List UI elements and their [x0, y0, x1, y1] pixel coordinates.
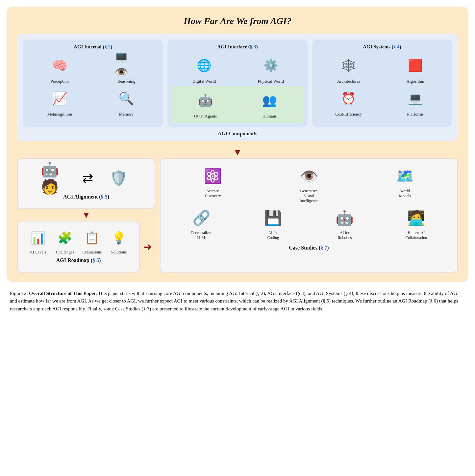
humans-icon: 👥 — [258, 89, 281, 112]
ai-levels-label: AI Levels — [30, 250, 46, 255]
human-ai-collaboration-item: 🧑‍💻 Human-AICollaboration — [405, 207, 427, 240]
robot-human-icon-item: 🤖🧑 — [41, 165, 70, 191]
generative-visual-label: GenerativeVisual Intelligence — [296, 189, 322, 203]
other-agents-label: Other Agents — [194, 114, 217, 119]
ai-for-coding-label: AI forCoding — [267, 230, 279, 240]
case-row-1: ⚛️ ScienceDiscovery 👁️ GenerativeVisual … — [166, 165, 452, 203]
platforms-item: 💻 Platforms — [383, 87, 448, 117]
challenges-label: Challenges — [56, 250, 74, 255]
architectures-item: 🕸️ Architectures — [316, 54, 382, 84]
arrow-down-1: ▼ — [17, 147, 458, 158]
architectures-label: Architectures — [337, 79, 360, 84]
shield-icon: 🛡️ — [105, 165, 132, 191]
robot-human-icon: 🤖🧑 — [41, 165, 70, 191]
memory-item: 🔍 Memory — [94, 87, 159, 117]
decentralized-llms-icon: 🔗 — [190, 207, 213, 229]
human-ai-collab-icon: 🧑‍💻 — [405, 207, 427, 229]
case-studies-card: ⚛️ ScienceDiscovery 👁️ GenerativeVisual … — [160, 158, 458, 273]
main-title: How Far Are We from AGI? — [17, 16, 458, 26]
decentralized-llms-label: DecentralizedLLMs — [190, 230, 213, 240]
ai-for-coding-icon: 💾 — [262, 207, 284, 229]
other-agents-item: 🤖 Other Agents — [174, 89, 237, 119]
evaluations-label: Evaluations — [82, 250, 102, 255]
main-diagram-box: How Far Are We from AGI? AGI Internal (§… — [7, 7, 468, 282]
left-bottom-col: 🤖🧑 ⇄ 🛡️ AGI Alignment (§ 5) ▼ — [17, 158, 155, 273]
algorithm-icon: 🟥 — [404, 54, 427, 77]
human-ai-collab-label: Human-AICollaboration — [405, 230, 427, 240]
algorithm-label: Algorithm — [407, 79, 424, 84]
metacognition-label: Metacognition — [47, 112, 72, 117]
world-models-label: WorldModels — [399, 189, 411, 198]
cost-efficiency-icon: ⏰ — [337, 87, 361, 110]
perception-label: Perception — [51, 79, 69, 84]
challenges-icon: 🧩 — [55, 227, 76, 249]
generative-visual-icon: 👁️ — [298, 165, 320, 187]
ai-for-coding-item: 💾 AI forCoding — [262, 207, 284, 240]
ai-for-robotics-icon: 🤖 — [334, 207, 356, 229]
evaluations-icon: 📋 — [82, 227, 103, 249]
science-discovery-label: ScienceDiscovery — [205, 189, 221, 198]
agi-systems-card: AGI Systems (§ 4) 🕸️ Architectures 🟥 Alg… — [312, 40, 452, 127]
platforms-label: Platforms — [407, 112, 424, 117]
solutions-item: 💡 Solutions — [109, 227, 130, 255]
agi-internal-card: AGI Internal (§ 2) 🧠 Perception 🖥️👁️ Rea… — [23, 40, 163, 127]
decentralized-llms-item: 🔗 DecentralizedLLMs — [190, 207, 213, 240]
physical-world-label: Physical World — [258, 79, 284, 84]
ai-for-robotics-item: 🤖 AI forRobotics — [334, 207, 356, 240]
memory-label: Memory — [119, 112, 134, 117]
alignment-icons-row: 🤖🧑 ⇄ 🛡️ — [23, 165, 149, 191]
solutions-label: Solutions — [111, 250, 127, 255]
metacognition-icon: 📈 — [48, 87, 71, 110]
algorithm-item: 🟥 Algorithm — [383, 54, 448, 84]
digital-world-label: Digital World — [192, 79, 216, 84]
architectures-icon: 🕸️ — [337, 54, 361, 77]
other-agents-icon: 🤖 — [194, 89, 217, 112]
agi-components-label: AGI Components — [23, 131, 452, 137]
humans-label: Humans — [262, 114, 277, 119]
metacognition-item: 📈 Metacognition — [27, 87, 92, 117]
digital-world-icon: 🌐 — [192, 54, 216, 77]
perception-icon: 🧠 — [48, 54, 71, 77]
agi-interface-card: AGI Interface (§ 3) 🌐 Digital World ⚙️ P… — [167, 40, 307, 127]
arrow-down-2: ▼ — [17, 210, 155, 220]
shield-icon-item: 🛡️ — [105, 165, 132, 191]
solutions-icon: 💡 — [109, 227, 130, 249]
generative-visual-item: 👁️ GenerativeVisual Intelligence — [296, 165, 322, 203]
physical-world-item: ⚙️ Physical World — [238, 54, 304, 84]
reasoning-item: 🖥️👁️ Reasoning — [94, 54, 159, 84]
case-row-2: 🔗 DecentralizedLLMs 💾 AI forCoding 🤖 AI … — [166, 207, 452, 240]
agi-alignment-card: 🤖🧑 ⇄ 🛡️ AGI Alignment (§ 5) — [17, 158, 155, 209]
interface-bottom-box: 🤖 Other Agents 👥 Humans — [171, 86, 303, 123]
figure-number: Figure 2: — [10, 291, 28, 296]
agi-internal-grid: 🧠 Perception 🖥️👁️ Reasoning 📈 Metacognit… — [27, 54, 159, 117]
evaluations-item: 📋 Evaluations — [82, 227, 103, 255]
agi-systems-title: AGI Systems (§ 4) — [316, 44, 448, 50]
digital-world-item: 🌐 Digital World — [171, 54, 237, 84]
ai-for-robotics-label: AI forRobotics — [338, 230, 352, 240]
world-models-item: 🗺️ WorldModels — [394, 165, 416, 203]
caption-bold: Overall Structure of This Paper. — [29, 291, 97, 296]
interface-bottom-grid: 🤖 Other Agents 👥 Humans — [174, 89, 301, 119]
roadmap-row-wrapper: 📊 AI Levels 🧩 Challenges 📋 Evaluations — [17, 221, 155, 273]
ai-levels-icon: 📊 — [28, 227, 49, 249]
humans-item: 👥 Humans — [238, 89, 301, 119]
arrows-icon: ⇄ — [76, 165, 99, 191]
agi-components-box: AGI Internal (§ 2) 🧠 Perception 🖥️👁️ Rea… — [17, 34, 458, 141]
physical-world-icon: ⚙️ — [259, 54, 283, 77]
challenges-item: 🧩 Challenges — [55, 227, 76, 255]
arrow-right-1: ➜ — [140, 241, 155, 253]
bottom-section: 🤖🧑 ⇄ 🛡️ AGI Alignment (§ 5) ▼ — [17, 158, 458, 273]
cost-efficiency-label: Cost/Efficiency — [335, 112, 362, 117]
agi-internal-title: AGI Internal (§ 2) — [27, 44, 159, 50]
agi-roadmap-title: AGI Roadmap (§ 6) — [23, 257, 134, 263]
roadmap-icons-row: 📊 AI Levels 🧩 Challenges 📋 Evaluations — [23, 227, 134, 255]
arrows-icon-item: ⇄ — [76, 165, 99, 191]
memory-icon: 🔍 — [114, 87, 138, 110]
interface-top-grid: 🌐 Digital World ⚙️ Physical World — [171, 54, 303, 84]
agi-interface-title: AGI Interface (§ 3) — [171, 44, 303, 50]
reasoning-label: Reasoning — [117, 79, 136, 84]
perception-item: 🧠 Perception — [27, 54, 92, 84]
right-col: ⚛️ ScienceDiscovery 👁️ GenerativeVisual … — [160, 158, 458, 273]
figure-caption: Figure 2: Overall Structure of This Pape… — [7, 290, 468, 313]
reasoning-icon: 🖥️👁️ — [114, 54, 138, 77]
